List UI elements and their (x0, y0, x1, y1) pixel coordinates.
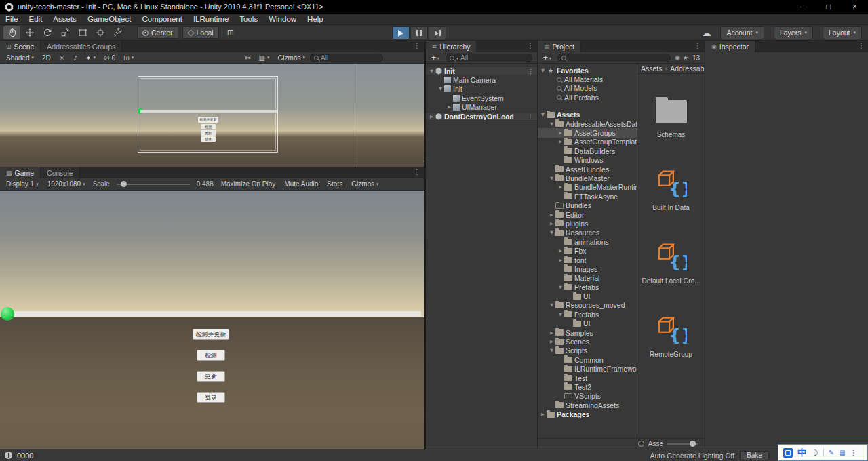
expand-arrow-icon[interactable]: ▶ (446, 104, 453, 110)
asset-item[interactable]: Schemas (639, 92, 704, 138)
panel-menu-icon[interactable]: ⋮ (694, 42, 701, 49)
project-tree-row[interactable]: Test2 (538, 382, 637, 391)
project-tree-row[interactable]: Test (538, 374, 637, 382)
custom-tool-button[interactable] (109, 26, 126, 39)
expand-arrow-icon[interactable]: ▼ (548, 302, 555, 308)
tab-console[interactable]: Console (41, 167, 80, 178)
project-tree-row[interactable]: ▶AssetGroups (538, 128, 637, 137)
menu-item-gameobject[interactable]: GameObject (82, 14, 137, 24)
breadcrumb-folder[interactable]: Addressab (670, 64, 704, 73)
project-tree-row[interactable]: Common (538, 355, 637, 364)
expand-arrow-icon[interactable]: ▶ (557, 130, 564, 136)
display-dropdown[interactable]: Display 1▾ (3, 180, 42, 189)
pivot-rotation-button[interactable]: Local (182, 26, 219, 39)
hierarchy-row[interactable]: ▶UIManager (426, 103, 537, 112)
project-tree-row[interactable]: ILRuntimeFramework (538, 365, 637, 374)
game-viewport[interactable]: 检测并更新检测更新登录 (0, 191, 424, 449)
expand-arrow-icon[interactable]: ▶ (557, 184, 564, 190)
project-tree-row[interactable]: ▶Editor (538, 210, 637, 219)
expand-arrow-icon[interactable]: ▼ (539, 112, 547, 117)
panel-menu-icon[interactable]: ⋮ (858, 42, 865, 49)
tab-hierarchy[interactable]: ≡Hierarchy (426, 41, 477, 52)
project-tree-row[interactable]: ETTaskAsync (538, 192, 637, 201)
expand-arrow-icon[interactable]: ▼ (437, 86, 444, 92)
expand-arrow-icon[interactable]: ▶ (557, 139, 564, 144)
shading-mode-dropdown[interactable]: Shaded▾ (3, 53, 37, 62)
move-tool-button[interactable] (21, 26, 38, 39)
project-tree-row[interactable]: ▶Packages (538, 409, 637, 418)
tab-scene[interactable]: ⊞Scene (0, 41, 41, 52)
scene-fx-dropdown[interactable]: ✦▾ (82, 53, 99, 62)
menu-item-edit[interactable]: Edit (24, 14, 48, 24)
expand-arrow-icon[interactable]: ▼ (548, 348, 555, 353)
expand-arrow-icon[interactable]: ▶ (539, 412, 547, 417)
layout-dropdown[interactable]: Layout▾ (823, 26, 862, 39)
project-tree-row[interactable]: Images (538, 264, 637, 273)
console-message-icon[interactable] (5, 452, 12, 459)
asset-item[interactable]: {}Default Local Gro... (639, 239, 704, 285)
expand-arrow-icon[interactable]: ▼ (428, 68, 435, 74)
step-button[interactable] (429, 26, 446, 39)
scene-audio-toggle[interactable]: ♪ (70, 53, 81, 62)
project-tree-row[interactable]: VScripts (538, 392, 637, 401)
tab-project[interactable]: ▤Project (538, 41, 581, 52)
ime-app-icon[interactable] (783, 448, 793, 458)
pivot-mode-button[interactable]: Center (137, 26, 178, 39)
project-tree-row[interactable]: ▼Prefabs (538, 283, 637, 292)
hierarchy-row[interactable]: EventSystem (426, 94, 537, 102)
asset-item[interactable]: {}RemoteGroup (639, 312, 704, 358)
scene-search-field[interactable]: All (310, 54, 383, 62)
project-tree-row[interactable]: AssetBundles (538, 165, 637, 174)
game-ui-button-4[interactable]: 登录 (197, 392, 225, 403)
collab-changes-badge[interactable]: 13 (690, 54, 702, 62)
scene-camera-dropdown[interactable]: ▥▾ (256, 53, 273, 62)
minimize-button[interactable]: – (789, 0, 815, 14)
project-tree-row[interactable]: ▶font (538, 256, 637, 264)
project-tree-row[interactable]: ▼★Favorites (538, 66, 637, 75)
pause-button[interactable] (410, 26, 428, 39)
bake-button[interactable]: Bake (740, 451, 769, 460)
hierarchy-row[interactable]: ▶DontDestroyOnLoad⋮ (426, 112, 537, 121)
expand-arrow-icon[interactable]: ▶ (548, 212, 555, 218)
thumbnail-size-slider[interactable] (667, 443, 698, 445)
expand-arrow-icon[interactable]: ▶ (557, 248, 564, 254)
asset-item[interactable]: {}Built In Data (639, 165, 704, 212)
project-tree-row[interactable]: animations (538, 237, 637, 246)
expand-arrow-icon[interactable]: ▶ (557, 258, 564, 263)
ime-language-indicator[interactable]: 中 (797, 447, 806, 459)
slider-handle[interactable] (121, 181, 127, 187)
ime-more-icon[interactable]: ⋮ (850, 449, 857, 456)
layers-dropdown[interactable]: Layers▾ (774, 26, 813, 39)
expand-arrow-icon[interactable]: ▶ (548, 221, 555, 226)
collab-cloud-icon[interactable]: ☁ (702, 28, 711, 38)
slider-handle[interactable] (690, 441, 696, 447)
game-ui-button-1[interactable]: 检测并更新 (193, 329, 229, 340)
context-menu-icon[interactable]: ⋮ (528, 68, 537, 75)
game-gizmos-dropdown[interactable]: Gizmos▾ (348, 180, 382, 189)
grid-settings-dropdown[interactable]: ⊞▾ (120, 53, 137, 62)
expand-arrow-icon[interactable]: ▶ (548, 330, 555, 336)
project-tree-row[interactable]: ▶AssetGroupTemplates (538, 138, 637, 146)
hierarchy-row[interactable]: ▼Init⋮ (426, 66, 537, 75)
rect-tool-button[interactable] (74, 26, 91, 39)
stats-toggle[interactable]: Stats (323, 180, 346, 189)
grid-snap-button[interactable]: ⊞ (224, 26, 237, 39)
expand-arrow-icon[interactable]: ▼ (548, 121, 555, 127)
mute-audio-toggle[interactable]: Mute Audio (281, 180, 321, 189)
expand-arrow-icon[interactable]: ▶ (428, 114, 435, 119)
project-tree-row[interactable]: StreamingAssets (538, 401, 637, 409)
2d-toggle[interactable]: 2D (39, 53, 54, 62)
favorite-search-icon[interactable]: ★ (682, 54, 689, 61)
scene-viewport[interactable]: 检测并更新检测更新登录 (0, 64, 424, 167)
expand-arrow-icon[interactable]: ▼ (548, 230, 555, 235)
maximize-on-play-toggle[interactable]: Maximize On Play (218, 180, 279, 189)
rotate-tool-button[interactable] (39, 26, 56, 39)
project-tree-row[interactable]: All Prefabs (538, 93, 637, 102)
expand-arrow-icon[interactable]: ▶ (548, 339, 555, 344)
create-object-button[interactable]: +▾ (429, 53, 442, 62)
project-tree-row[interactable]: ▶BundleMasterRuntime (538, 183, 637, 192)
project-search-field[interactable] (557, 54, 671, 62)
panel-menu-icon[interactable]: ⋮ (414, 168, 420, 176)
game-ui-button-3[interactable]: 更新 (197, 371, 225, 382)
project-tree-row[interactable]: ▶Samples (538, 328, 637, 337)
